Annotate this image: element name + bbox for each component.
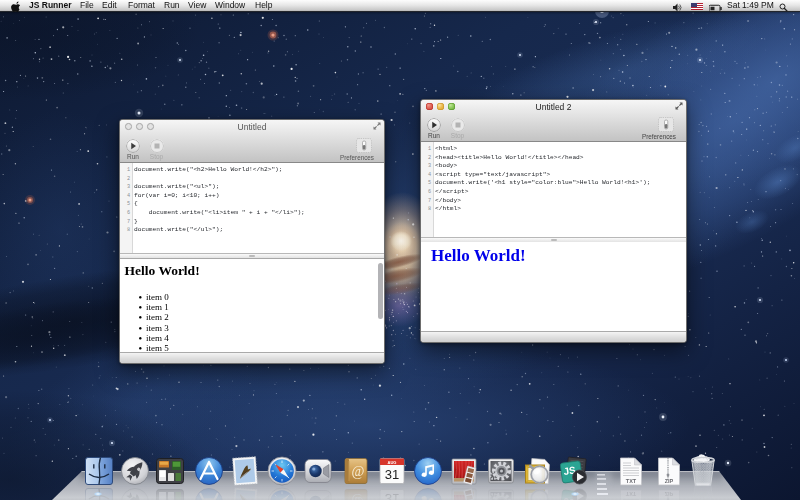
svg-text:31: 31	[384, 467, 398, 482]
svg-text:ZIP: ZIP	[665, 478, 674, 484]
svg-text:AUG: AUG	[387, 460, 396, 465]
svg-text:TXT: TXT	[626, 478, 637, 484]
svg-text:@: @	[352, 464, 365, 479]
